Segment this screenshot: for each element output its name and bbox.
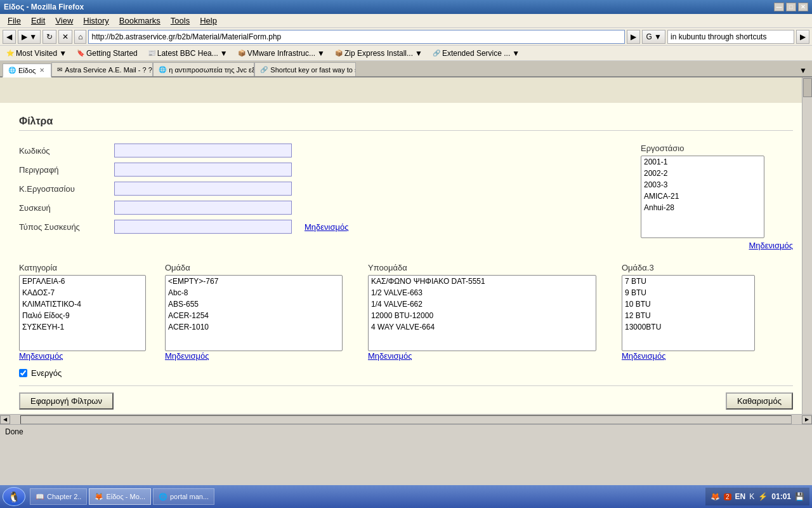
clear-button[interactable]: Καθαρισμός (726, 392, 793, 410)
menu-bookmarks[interactable]: Bookmarks (114, 15, 166, 27)
maximize-button[interactable]: □ (786, 3, 796, 11)
left-filters: Κωδικός Περιγραφή Κ.Εργοστασίου Συσκευή … (19, 144, 596, 250)
menu-history[interactable]: History (78, 15, 114, 27)
bookmark-label: VMware Infrastruc... (247, 49, 315, 58)
scroll-right-btn[interactable]: ▶ (802, 415, 812, 424)
ergo-reset-link[interactable]: Μηδενισμός (749, 241, 794, 250)
bookmark-most-visited[interactable]: ⭐ Most Visited ▼ (4, 48, 69, 59)
ypo-opt-2[interactable]: 1/4 VALVE-662 (369, 298, 596, 310)
reload-button[interactable]: ↻ (43, 30, 56, 44)
menu-view[interactable]: View (50, 15, 78, 27)
search-input[interactable] (667, 30, 794, 44)
typos-row: Τύπος Συσκευής Μηδενισμός (19, 220, 596, 234)
url-bar[interactable] (88, 30, 625, 44)
scroll-left-btn[interactable]: ◀ (0, 415, 10, 424)
ergo-option-3[interactable]: AMICA-21 (641, 190, 764, 202)
taskbar-chapter[interactable]: 📖 Chapter 2.. (30, 488, 87, 505)
typos-input[interactable] (114, 220, 292, 234)
bookmark-extended[interactable]: 🔗 Extended Service ... ▼ (430, 48, 522, 59)
right-scrollbar[interactable] (802, 77, 812, 414)
tabs-scroll-arrow[interactable]: ▼ (797, 65, 809, 76)
omada-reset-link[interactable]: Μηδενισμός (165, 351, 355, 361)
ergo-option-4[interactable]: Anhui-28 (641, 202, 764, 213)
k-ergo-label: Κ.Εργοστασίου (19, 184, 108, 194)
katg-opt-0[interactable]: ΕΡΓΑΛΕΙΑ-6 (20, 276, 145, 287)
url-go-button[interactable]: ▶ (627, 30, 640, 44)
omada3-listbox[interactable]: 7 BTU 9 BTU 10 BTU 12 BTU 13000BTU (622, 275, 755, 351)
omada-opt-1[interactable]: Abc-8 (166, 287, 342, 298)
bookmark-bbc[interactable]: 📰 Latest BBC Hea... ▼ (145, 48, 230, 59)
omada3-opt-0[interactable]: 7 BTU (622, 276, 754, 287)
ypo-opt-0[interactable]: ΚΑΣ/ΦΩΝΟ ΨΗΦΙΑΚΟ DAT-5551 (369, 276, 596, 287)
omada3-opt-4[interactable]: 13000BTU (622, 321, 754, 333)
menu-tools[interactable]: Tools (166, 15, 195, 27)
perigrafi-input[interactable] (114, 163, 292, 177)
minimize-button[interactable]: — (774, 3, 784, 11)
ypo-column: Υποομάδα ΚΑΣ/ΦΩΝΟ ΨΗΦΙΑΚΟ DAT-5551 1/2 V… (368, 263, 609, 361)
forward-button[interactable]: ▶ ▼ (18, 30, 41, 44)
tab-eidos[interactable]: 🌐 Είδος ✕ (3, 64, 51, 77)
search-engine-button[interactable]: G ▼ (642, 30, 665, 44)
bookmark-getting-started[interactable]: 🔖 Getting Started (74, 48, 140, 59)
status-bar: Done (0, 424, 812, 438)
katg-reset-link[interactable]: Μηδενισμός (19, 351, 152, 361)
eidos-tb-icon: 🦊 (95, 493, 103, 501)
apply-filters-button[interactable]: Εφαρμογή Φίλτρων (19, 392, 114, 410)
perigrafi-label: Περιγραφή (19, 165, 108, 175)
bookmark-zip[interactable]: 📦 Zip Express Install... ▼ (332, 48, 425, 59)
menu-file[interactable]: File (3, 15, 26, 27)
stop-button[interactable]: ✕ (58, 30, 72, 44)
ypo-opt-3[interactable]: 12000 BTU-12000 (369, 310, 596, 321)
menu-edit[interactable]: Edit (26, 15, 50, 27)
h-scroll-track[interactable] (20, 415, 792, 424)
omada-opt-3[interactable]: ACER-1254 (166, 310, 342, 321)
typos-reset-link[interactable]: Μηδενισμός (304, 222, 349, 232)
start-button[interactable]: 🐧 (3, 487, 25, 506)
back-button[interactable]: ◀ (3, 30, 16, 44)
omada-opt-0[interactable]: <EMPTY>-767 (166, 276, 342, 287)
taskbar-portal[interactable]: 🌐 portal man... (153, 488, 214, 505)
close-window-button[interactable]: ✕ (798, 3, 808, 11)
home-button[interactable]: ⌂ (74, 30, 86, 44)
ergo-listbox[interactable]: 2001-1 2002-2 2003-3 AMICA-21 Anhui-28 (641, 156, 764, 238)
ypo-opt-1[interactable]: 1/2 VALVE-663 (369, 287, 596, 298)
kodikos-input[interactable] (114, 144, 292, 157)
search-go-button[interactable]: ▶ (796, 30, 809, 44)
k-ergo-input[interactable] (114, 182, 292, 196)
ypo-reset-link[interactable]: Μηδενισμός (368, 351, 609, 361)
ergo-option-1[interactable]: 2002-2 (641, 168, 764, 179)
tab-shortcut[interactable]: 🔗 Shortcut key or fast way to s... ✕ (254, 62, 356, 76)
omada3-opt-3[interactable]: 12 BTU (622, 310, 754, 321)
page-content: Φίλτρα Κωδικός Περιγραφή Κ.Εργοστασίου (0, 103, 812, 414)
extended-icon: 🔗 (433, 50, 440, 57)
omada-listbox[interactable]: <EMPTY>-767 Abc-8 ABS-655 ACER-1254 ACER… (165, 275, 343, 351)
taskbar-eidos[interactable]: 🦊 Είδος - Mo... (89, 488, 151, 505)
omada3-opt-1[interactable]: 9 BTU (622, 287, 754, 298)
tab-mail[interactable]: ✉ Astra Service Α.Ε. Mail - ? ???... ✕ (51, 62, 153, 76)
ypo-listbox[interactable]: ΚΑΣ/ΦΩΝΟ ΨΗΦΙΑΚΟ DAT-5551 1/2 VALVE-663 … (368, 275, 596, 351)
ypo-opt-4[interactable]: 4 WAY VALVE-664 (369, 321, 596, 333)
start-icon: 🐧 (8, 491, 20, 503)
vmware-arrow: ▼ (317, 49, 325, 58)
syskevi-input[interactable] (114, 201, 292, 215)
katg-opt-2[interactable]: ΚΛΙΜΑΤΙΣΤΙΚΟ-4 (20, 298, 145, 310)
menu-help[interactable]: Help (195, 15, 222, 27)
katg-opt-1[interactable]: ΚΑΔΟΣ-7 (20, 287, 145, 298)
omada-opt-4[interactable]: ACER-1010 (166, 321, 342, 333)
ergo-option-2[interactable]: 2003-3 (641, 179, 764, 190)
omada3-reset-link[interactable]: Μηδενισμός (622, 351, 768, 361)
ergo-option-0[interactable]: 2001-1 (641, 156, 764, 168)
tab-antiproswpeia[interactable]: 🌐 η αντιπροσωπεία της Jvc εξ... ✕ (153, 62, 254, 76)
katg-opt-3[interactable]: Παλιό Είδος-9 (20, 310, 145, 321)
bookmark-vmware[interactable]: 📦 VMware Infrastruc... ▼ (235, 48, 327, 59)
scrollbar-thumb[interactable] (803, 78, 812, 97)
omada-opt-2[interactable]: ABS-655 (166, 298, 342, 310)
katg-opt-4[interactable]: ΣΥΣΚΕΥΗ-1 (20, 321, 145, 333)
disk-icon: 💾 (795, 492, 804, 501)
energos-checkbox[interactable] (19, 369, 27, 377)
filters-title: Φίλτρα (19, 116, 793, 131)
bottom-scrollbar[interactable]: ◀ ▶ (0, 414, 812, 424)
katg-listbox[interactable]: ΕΡΓΑΛΕΙΑ-6 ΚΑΔΟΣ-7 ΚΛΙΜΑΤΙΣΤΙΚΟ-4 Παλιό … (19, 275, 146, 351)
omada3-opt-2[interactable]: 10 BTU (622, 298, 754, 310)
tab-eidos-close[interactable]: ✕ (38, 67, 46, 74)
